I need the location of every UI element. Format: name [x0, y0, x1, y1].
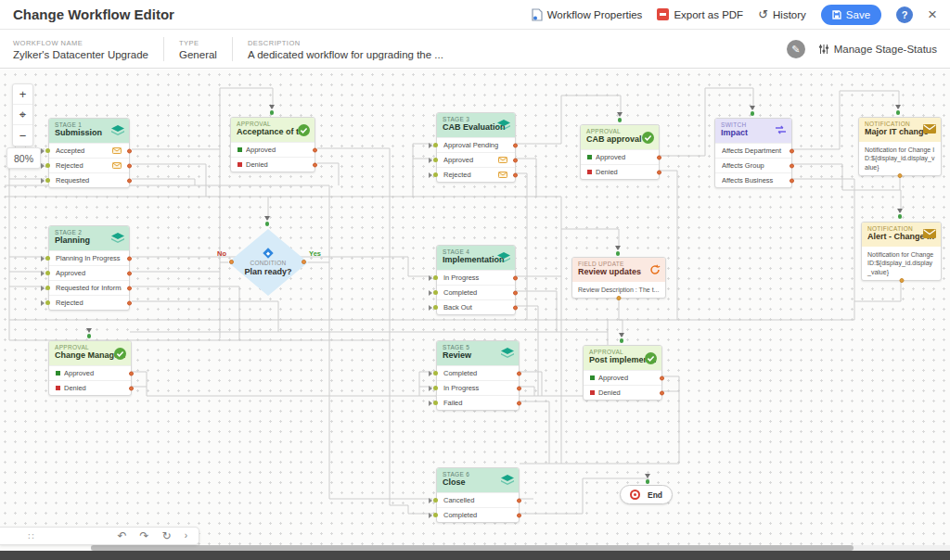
row-output-port[interactable] — [513, 305, 518, 310]
node-row-denied[interactable]: Denied — [49, 380, 131, 395]
node-row-approval-pending[interactable]: Approval Pending — [437, 137, 515, 152]
row-input-port[interactable] — [41, 148, 50, 154]
zoom-out-button[interactable]: − — [13, 125, 32, 146]
close-icon[interactable]: × — [928, 6, 937, 22]
row-output-port[interactable] — [127, 271, 132, 275]
node-row-rejected[interactable]: Rejected — [49, 158, 129, 172]
row-input-port[interactable] — [429, 386, 438, 391]
undo-icon[interactable]: ↶ — [117, 530, 126, 541]
node-planning[interactable]: STAGE 2 Planning Planning In Progress Ap… — [48, 225, 130, 311]
row-output-port[interactable] — [127, 178, 132, 183]
node-end[interactable]: End — [620, 485, 673, 504]
row-output-port[interactable] — [517, 513, 521, 517]
node-row-accepted[interactable]: Accepted — [49, 143, 129, 158]
node-acceptance-of-the[interactable]: APPROVAL Acceptance of the... Approved D… — [230, 117, 315, 172]
row-output-port[interactable] — [790, 178, 794, 183]
node-row-back-out[interactable]: Back Out — [437, 299, 515, 314]
node-review-updates[interactable]: FIELD UPDATE Review updates Review Descr… — [571, 257, 666, 299]
row-input-port[interactable] — [429, 275, 438, 281]
row-output-port[interactable] — [127, 256, 132, 261]
row-output-port[interactable] — [517, 386, 521, 390]
node-bottom-port[interactable] — [898, 173, 903, 178]
reset-view-icon[interactable]: ↻ — [162, 530, 172, 541]
row-input-port[interactable] — [429, 401, 438, 406]
row-input-port[interactable] — [429, 290, 438, 296]
node-cab-evaluation[interactable]: STAGE 3 CAB Evaluation Approval Pending … — [436, 112, 516, 183]
node-row-approved[interactable]: Approved — [231, 142, 315, 157]
row-input-port[interactable] — [429, 305, 438, 311]
row-output-port[interactable] — [790, 148, 794, 153]
help-button[interactable]: ? — [896, 6, 913, 23]
condition-yes-port[interactable] — [302, 260, 306, 264]
row-output-port[interactable] — [790, 163, 794, 168]
row-output-port[interactable] — [127, 300, 132, 305]
row-input-port[interactable] — [41, 271, 50, 276]
node-row-approved[interactable]: Approved — [49, 365, 131, 380]
save-button[interactable]: Save — [821, 5, 881, 25]
row-input-port[interactable] — [429, 158, 438, 163]
row-output-port[interactable] — [513, 275, 518, 280]
row-output-port[interactable] — [127, 148, 132, 153]
node-row-rejected[interactable]: Rejected — [437, 167, 515, 182]
row-output-port[interactable] — [513, 158, 518, 162]
history-button[interactable]: ↺ History — [758, 8, 806, 20]
node-implementation[interactable]: STAGE 4 Implementation In Progress Compl… — [436, 245, 516, 315]
row-input-port[interactable] — [429, 513, 438, 518]
manage-stage-status-button[interactable]: Manage Stage-Status — [818, 44, 937, 55]
node-bottom-port[interactable] — [617, 296, 622, 300]
node-row-approved[interactable]: Approved — [437, 152, 515, 167]
row-input-port[interactable] — [41, 163, 50, 169]
node-change-manager[interactable]: APPROVAL Change Manager'... Approved Den… — [48, 340, 132, 396]
row-output-port[interactable] — [657, 155, 661, 159]
node-row-requested[interactable]: Requested — [49, 172, 129, 187]
row-input-port[interactable] — [429, 172, 438, 178]
node-bottom-port[interactable] — [899, 278, 904, 283]
row-output-port[interactable] — [313, 147, 317, 152]
node-row-affects-business[interactable]: Affects Business — [715, 172, 791, 187]
row-input-port[interactable] — [429, 498, 438, 503]
condition-no-port[interactable] — [229, 260, 234, 264]
export-pdf-button[interactable]: Export as PDF — [657, 8, 743, 20]
node-row-failed[interactable]: Failed — [437, 395, 519, 410]
node-impact[interactable]: SWITCH Impact Affects Department Affects… — [714, 118, 792, 188]
node-submission[interactable]: STAGE 1 Submission Accepted Rejected Req… — [48, 118, 130, 188]
row-output-port[interactable] — [127, 163, 132, 168]
collapse-toolbar-icon[interactable]: › — [185, 531, 187, 541]
row-output-port[interactable] — [127, 286, 132, 290]
node-row-in-progress[interactable]: In Progress — [437, 270, 515, 285]
fit-to-screen-button[interactable]: ⌖ — [13, 105, 32, 125]
zoom-in-button[interactable]: + — [13, 84, 32, 105]
node-row-cancelled[interactable]: Cancelled — [437, 492, 519, 507]
node-cab-approval[interactable]: APPROVAL CAB approval Approved Denied — [580, 124, 660, 180]
row-output-port[interactable] — [313, 162, 317, 167]
node-condition-plan-ready[interactable]: CONDITIONPlan ready?NoYes — [228, 229, 308, 296]
edit-workflow-button[interactable]: ✎ — [787, 40, 805, 58]
node-row-denied[interactable]: Denied — [231, 157, 315, 172]
workflow-canvas[interactable]: + ⌖ − 80% End STAGE 1 Submission Accepte… — [0, 70, 950, 551]
row-output-port[interactable] — [129, 371, 134, 375]
node-close[interactable]: STAGE 6 Close Cancelled Completed — [436, 467, 520, 523]
node-review[interactable]: STAGE 5 Review Completed In Progress Fai… — [436, 340, 520, 411]
node-row-denied[interactable]: Denied — [581, 164, 659, 179]
node-row-affects-group[interactable]: Affects Group — [715, 158, 791, 172]
node-row-completed[interactable]: Completed — [437, 285, 515, 299]
drag-handle-icon[interactable]: ∷ — [28, 531, 33, 541]
node-alert-change-in[interactable]: NOTIFICATION Alert - Change in ... Notif… — [861, 222, 942, 281]
node-row-denied[interactable]: Denied — [584, 385, 661, 400]
node-row-requested-for-informat[interactable]: Requested for Informat... — [49, 280, 129, 295]
row-input-port[interactable] — [41, 300, 50, 306]
node-row-in-progress[interactable]: In Progress — [437, 380, 519, 395]
row-output-port[interactable] — [657, 170, 661, 174]
row-output-port[interactable] — [513, 290, 518, 295]
row-output-port[interactable] — [513, 143, 518, 147]
row-input-port[interactable] — [429, 143, 438, 148]
row-input-port[interactable] — [429, 371, 438, 376]
row-input-port[interactable] — [41, 286, 50, 291]
node-row-planning-in-progress[interactable]: Planning In Progress — [49, 250, 129, 265]
node-row-affects-department[interactable]: Affects Department — [715, 143, 791, 158]
node-row-approved[interactable]: Approved — [584, 370, 661, 385]
row-output-port[interactable] — [660, 375, 664, 380]
workflow-properties-button[interactable]: Workflow Properties — [532, 8, 643, 21]
node-row-approved[interactable]: Approved — [49, 265, 129, 280]
row-input-port[interactable] — [41, 178, 50, 184]
